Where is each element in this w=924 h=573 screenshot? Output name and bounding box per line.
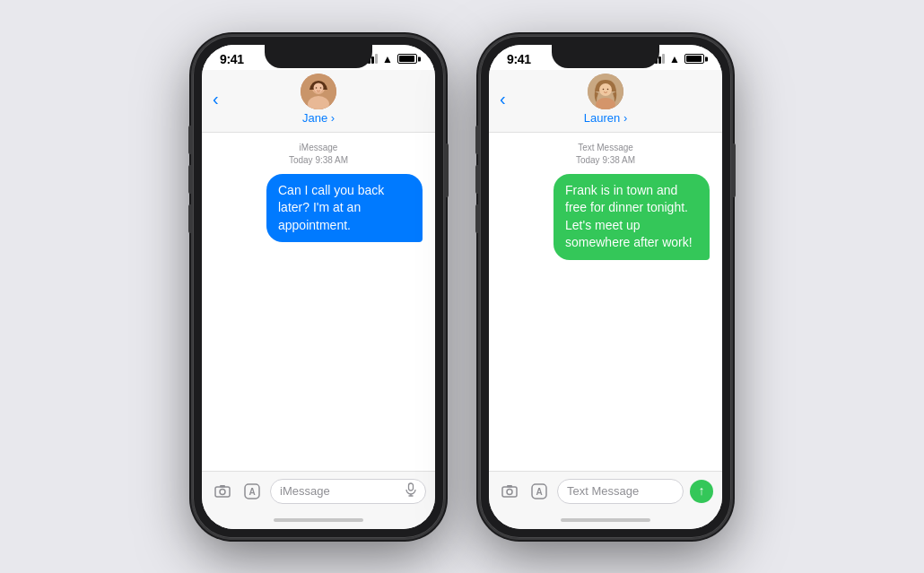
svg-text:A: A: [536, 487, 542, 497]
message-input-right[interactable]: Text Message: [557, 479, 684, 504]
svg-rect-21: [502, 487, 517, 497]
contact-name-left[interactable]: Jane ›: [302, 111, 335, 125]
avatar-right: [588, 74, 623, 109]
svg-rect-13: [409, 483, 414, 491]
message-meta-left: iMessage Today 9:38 AM: [214, 142, 423, 167]
avatar-left: [301, 74, 336, 109]
contact-header-right: Lauren ›: [584, 74, 627, 125]
wifi-icon-right: ▲: [669, 53, 680, 65]
phone-sms: 9:41 ▲ ‹: [480, 36, 731, 538]
home-indicator-right: [489, 511, 722, 529]
phone-body-right: 9:41 ▲ ‹: [480, 36, 731, 538]
svg-point-18: [603, 88, 605, 90]
phone-content-right: 9:41 ▲ ‹: [489, 45, 722, 529]
battery-icon-left: [397, 54, 417, 64]
message-meta-right: Text Message Today 9:38 AM: [501, 142, 710, 167]
svg-rect-10: [220, 485, 225, 488]
status-icons-left: ▲: [364, 53, 417, 65]
status-time-right: 9:41: [507, 52, 531, 66]
svg-point-6: [316, 87, 318, 89]
appstore-icon-left[interactable]: A: [240, 480, 264, 503]
message-bubble-right: Frank is in town and free for dinner ton…: [554, 174, 710, 260]
notch-right: [552, 45, 659, 68]
svg-point-9: [220, 490, 225, 495]
nav-bar-right: ‹: [489, 70, 722, 133]
svg-rect-23: [507, 485, 512, 488]
messages-container-right: Text Message Today 9:38 AM Frank is in t…: [489, 133, 722, 471]
message-input-left[interactable]: iMessage: [270, 479, 426, 504]
send-arrow-icon: ↑: [699, 484, 705, 497]
back-chevron-right: ‹: [500, 90, 506, 108]
status-time-left: 9:41: [220, 52, 244, 66]
home-bar-left: [274, 518, 363, 522]
svg-point-22: [507, 490, 512, 495]
input-placeholder-right: Text Message: [567, 484, 639, 498]
status-icons-right: ▲: [651, 53, 704, 65]
input-bar-right: A Text Message ↑: [489, 471, 722, 511]
messages-container-left: iMessage Today 9:38 AM Can I call you ba…: [202, 133, 435, 471]
home-bar-right: [561, 518, 650, 522]
back-button-right[interactable]: ‹: [500, 90, 506, 108]
phone-imessage: 9:41 ▲ ‹: [193, 36, 444, 538]
message-bubble-left: Can I call you back later? I'm at an app…: [266, 174, 423, 243]
input-bar-left: A iMessage: [202, 471, 435, 511]
battery-icon-right: [684, 54, 704, 64]
phone-content-left: 9:41 ▲ ‹: [202, 45, 435, 529]
nav-bar-left: ‹: [202, 70, 435, 133]
svg-point-19: [607, 88, 609, 90]
phone-screen-left: 9:41 ▲ ‹: [202, 45, 435, 529]
phone-body-left: 9:41 ▲ ‹: [193, 36, 444, 538]
camera-icon-right[interactable]: [498, 480, 521, 503]
home-indicator-left: [202, 511, 435, 529]
phone-screen-right: 9:41 ▲ ‹: [489, 45, 722, 529]
back-chevron-left: ‹: [213, 90, 219, 108]
send-button-right[interactable]: ↑: [690, 480, 713, 503]
contact-header-left: Jane ›: [301, 74, 336, 125]
input-placeholder-left: iMessage: [280, 484, 330, 498]
svg-point-7: [320, 87, 322, 89]
svg-point-17: [599, 83, 612, 96]
notch-left: [265, 45, 372, 68]
contact-name-right[interactable]: Lauren ›: [584, 111, 627, 125]
mic-icon-left: [405, 482, 416, 499]
svg-rect-8: [215, 487, 230, 497]
camera-icon-left[interactable]: [211, 480, 234, 503]
appstore-icon-right[interactable]: A: [527, 480, 551, 503]
svg-text:A: A: [248, 487, 255, 497]
wifi-icon-left: ▲: [382, 53, 393, 65]
back-button-left[interactable]: ‹: [213, 90, 219, 108]
